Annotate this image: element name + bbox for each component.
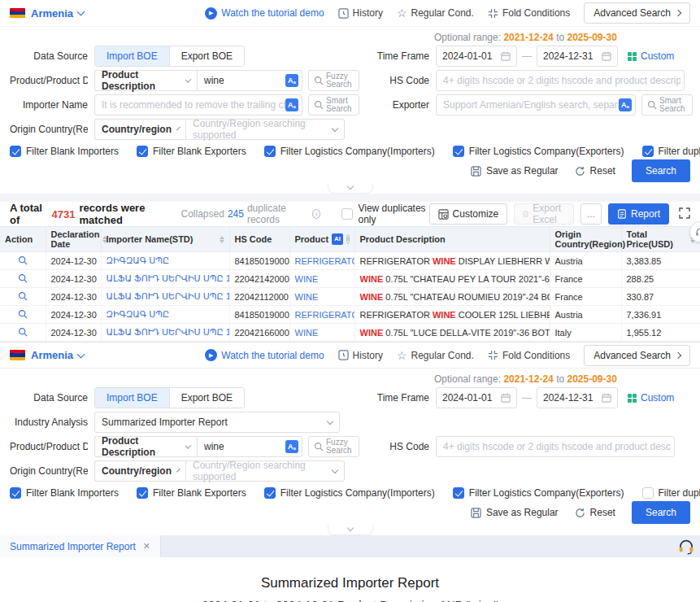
search-button[interactable]: Search bbox=[632, 501, 690, 524]
product-type-select[interactable]: Product Description bbox=[94, 436, 197, 457]
save-as-regular-button[interactable]: Save as Regular bbox=[471, 507, 559, 518]
advanced-search-button[interactable]: Advanced Search bbox=[584, 2, 690, 24]
exporter-input[interactable] bbox=[443, 99, 619, 111]
product-link[interactable]: REFRIGERATO... bbox=[295, 310, 355, 320]
chevron-down-icon[interactable] bbox=[77, 350, 85, 358]
importer-link[interactable]: ԱԼՖԱ ՖՈՒԴ ՍԵՐՎԻՍ ՍՊԸ 10678 bbox=[107, 291, 230, 301]
tab-import-boe[interactable]: Import BOE bbox=[95, 388, 170, 408]
tab-import-boe[interactable]: Import BOE bbox=[95, 46, 170, 66]
importer-name-input[interactable] bbox=[102, 99, 285, 111]
checkbox-icon[interactable] bbox=[642, 146, 654, 157]
checkbox-icon[interactable] bbox=[453, 487, 464, 499]
smart-search-button[interactable]: Smart Search bbox=[308, 94, 359, 116]
country-selector[interactable]: Armenia bbox=[31, 349, 73, 361]
importer-link[interactable]: ԶԻԳԶԱԳ ՍՊԸ bbox=[107, 255, 170, 265]
history-button[interactable]: History bbox=[338, 350, 383, 361]
sort-icon[interactable] bbox=[220, 236, 224, 243]
custom-range-button[interactable]: Custom bbox=[628, 50, 674, 62]
info-icon[interactable]: i bbox=[346, 234, 350, 244]
checkbox-icon[interactable] bbox=[341, 208, 353, 220]
smart-search-button[interactable]: Smart Search bbox=[641, 94, 693, 116]
chevron-down-icon[interactable] bbox=[77, 8, 85, 16]
origin-type-select[interactable]: Country/region bbox=[94, 460, 185, 482]
tab-export-boe[interactable]: Export BOE bbox=[170, 388, 244, 408]
custom-range-button[interactable]: Custom bbox=[628, 392, 674, 404]
checkbox-icon[interactable] bbox=[137, 146, 148, 157]
reset-button[interactable]: Reset bbox=[575, 507, 615, 518]
export-excel-button[interactable]: Export Excel bbox=[514, 203, 574, 225]
regular-cond-button[interactable]: ☆ Regular Cond. bbox=[397, 350, 474, 361]
view-detail-icon[interactable] bbox=[18, 275, 28, 285]
reset-button[interactable]: Reset bbox=[575, 165, 615, 177]
regular-cond-button[interactable]: ☆ Regular Cond. bbox=[397, 7, 474, 19]
product-link[interactable]: WINE bbox=[295, 274, 319, 284]
fold-conditions-button[interactable]: Fold Conditions bbox=[488, 7, 570, 19]
report-button[interactable]: Report bbox=[608, 203, 669, 225]
filter-logistics-exporters[interactable]: Filter Logistics Company(Exporters) bbox=[453, 146, 624, 157]
importer-link[interactable]: ԱԼՖԱ ՖՈՒԴ ՍԵՐՎԻՍ ՍՊԸ 10678 bbox=[107, 327, 230, 337]
product-link[interactable]: WINE bbox=[295, 328, 319, 338]
date-to-input[interactable]: 2024-12-31 bbox=[537, 46, 618, 67]
origin-type-select[interactable]: Country/region bbox=[94, 119, 185, 140]
search-button[interactable]: Search bbox=[632, 159, 690, 182]
origin-country-select[interactable]: Country/Region searching supported bbox=[185, 460, 345, 482]
info-icon[interactable]: i bbox=[312, 209, 320, 219]
checkbox-icon[interactable] bbox=[10, 487, 21, 499]
filter-blank-importers[interactable]: Filter Blank Importers bbox=[10, 487, 119, 499]
view-detail-icon[interactable] bbox=[18, 257, 28, 267]
tab-export-boe[interactable]: Export BOE bbox=[170, 46, 244, 66]
date-to-input[interactable]: 2024-12-31 bbox=[537, 387, 618, 408]
date-from-input[interactable]: 2024-01-01 bbox=[436, 46, 517, 67]
translate-icon[interactable]: Aa bbox=[619, 98, 632, 111]
view-detail-icon[interactable] bbox=[18, 293, 28, 303]
checkbox-icon[interactable] bbox=[642, 487, 654, 499]
filter-logistics-exporters[interactable]: Filter Logistics Company(Exporters) bbox=[453, 487, 624, 499]
product-type-select[interactable]: Product Description bbox=[94, 70, 197, 91]
fuzzy-search-button[interactable]: Fuzzy Search bbox=[308, 436, 359, 457]
checkbox-icon[interactable] bbox=[264, 487, 276, 499]
checkbox-icon[interactable] bbox=[10, 146, 21, 157]
view-detail-icon[interactable] bbox=[18, 311, 28, 321]
product-search-input[interactable] bbox=[204, 441, 285, 452]
close-icon[interactable]: ✕ bbox=[143, 541, 150, 552]
filter-blank-exporters[interactable]: Filter Blank Exporters bbox=[137, 487, 246, 499]
translate-icon[interactable]: Aa bbox=[285, 74, 298, 87]
checkbox-icon[interactable] bbox=[264, 146, 276, 157]
more-export-options-button[interactable]: ... bbox=[580, 203, 602, 225]
filter-blank-importers[interactable]: Filter Blank Importers bbox=[10, 146, 119, 157]
watch-tutorial-link[interactable]: ▶ Watch the tutorial demo bbox=[205, 7, 324, 20]
filter-duplicate-records[interactable]: Filter duplicate records bbox=[642, 146, 700, 157]
fuzzy-search-button[interactable]: Fuzzy Search bbox=[308, 70, 359, 91]
support-headset-icon[interactable] bbox=[677, 538, 695, 557]
checkbox-icon[interactable] bbox=[137, 487, 148, 499]
translate-icon[interactable]: Aa bbox=[285, 440, 298, 453]
translate-icon[interactable]: Aa bbox=[285, 98, 298, 111]
filter-duplicate-records[interactable]: Filter duplicate records bbox=[642, 487, 700, 499]
tab-summarized-importer-report[interactable]: Summarized Importer Report ✕ bbox=[0, 535, 161, 557]
product-search-input[interactable] bbox=[204, 75, 285, 86]
customize-button[interactable]: Customize bbox=[429, 203, 508, 225]
filter-blank-exporters[interactable]: Filter Blank Exporters bbox=[137, 146, 246, 157]
save-as-regular-button[interactable]: Save as Regular bbox=[471, 165, 559, 177]
origin-country-select[interactable]: Country/Region searching supported bbox=[185, 119, 345, 140]
importer-link[interactable]: ԶԻԳԶԱԳ ՍՊԸ bbox=[107, 309, 170, 319]
country-selector[interactable]: Armenia bbox=[31, 7, 73, 20]
industry-analysis-select[interactable]: Summarized Importer Report bbox=[94, 412, 340, 433]
filter-logistics-importers[interactable]: Filter Logistics Company(Importers) bbox=[264, 487, 435, 499]
collapse-panel-tab[interactable] bbox=[328, 183, 373, 194]
fullscreen-icon[interactable] bbox=[679, 207, 690, 221]
product-link[interactable]: REFRIGERATO... bbox=[295, 256, 355, 266]
collapse-panel-tab[interactable] bbox=[328, 525, 373, 535]
hs-code-input[interactable] bbox=[443, 75, 680, 86]
hs-code-input[interactable] bbox=[443, 441, 671, 452]
product-link[interactable]: WINE bbox=[295, 292, 319, 302]
checkbox-icon[interactable] bbox=[453, 146, 464, 157]
date-from-input[interactable]: 2024-01-01 bbox=[436, 387, 517, 408]
watch-tutorial-link[interactable]: ▶ Watch the tutorial demo bbox=[205, 349, 324, 361]
view-duplicates-toggle[interactable]: View duplicates only bbox=[341, 203, 428, 225]
view-detail-icon[interactable] bbox=[18, 329, 28, 338]
fold-conditions-button[interactable]: Fold Conditions bbox=[488, 350, 570, 361]
advanced-search-button[interactable]: Advanced Search bbox=[584, 345, 690, 366]
importer-link[interactable]: ԱԼՖԱ ՖՈՒԴ ՍԵՐՎԻՍ ՍՊԸ 10678 bbox=[107, 273, 230, 283]
history-button[interactable]: History bbox=[338, 7, 383, 19]
